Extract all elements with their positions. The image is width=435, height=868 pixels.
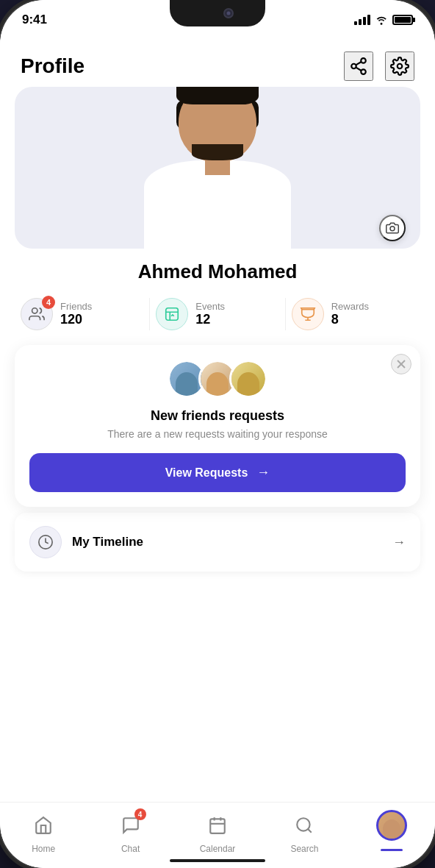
nav-search-label: Search: [290, 844, 318, 854]
nav-home[interactable]: Home: [0, 810, 87, 854]
settings-button[interactable]: [385, 51, 414, 81]
nav-calendar-icon-wrap: [202, 810, 233, 841]
rewards-label: Rewards: [331, 301, 369, 312]
settings-icon: [390, 57, 409, 76]
stat-friends[interactable]: 4 Friends 120: [15, 298, 149, 330]
nav-profile-avatar: [376, 810, 407, 841]
view-requests-button[interactable]: View Requests →: [29, 453, 406, 492]
close-card-button[interactable]: [391, 354, 411, 374]
page-header: Profile: [0, 40, 435, 87]
events-value: 12: [195, 312, 225, 327]
nav-search-icon-wrap: [289, 810, 320, 841]
nav-calendar-label: Calendar: [200, 844, 236, 854]
bottom-navigation: Home 4 Chat: [0, 802, 435, 868]
nav-home-label: Home: [32, 844, 55, 854]
nav-avatar-head: [383, 819, 400, 839]
svg-rect-8: [166, 308, 179, 321]
timeline-icon-wrap: [29, 526, 62, 558]
main-content: Profile: [0, 40, 435, 802]
share-icon: [349, 57, 368, 76]
notch: [170, 0, 265, 26]
friend-requests-card: New friends requests There are a new req…: [15, 345, 420, 507]
timeline-left: My Timeline: [29, 526, 143, 558]
person-beard: [192, 144, 243, 160]
nav-home-icon-wrap: [28, 810, 59, 841]
home-icon: [34, 816, 53, 835]
friends-label: Friends: [60, 301, 92, 312]
rewards-icon: [300, 306, 316, 322]
change-photo-button[interactable]: [379, 215, 406, 241]
svg-line-17: [308, 829, 312, 833]
rewards-icon-wrap: [292, 298, 324, 330]
share-button[interactable]: [344, 51, 373, 81]
front-camera: [223, 8, 234, 18]
phone-screen: 9:41 Profile: [0, 0, 435, 868]
timeline-arrow-icon: →: [392, 535, 406, 550]
svg-point-6: [390, 227, 395, 231]
battery-indicator: [392, 15, 413, 25]
profile-photo: [144, 94, 291, 249]
nav-profile-icon-wrap: [376, 810, 407, 841]
events-icon: [164, 306, 180, 322]
header-actions: [344, 51, 414, 81]
person-hair: [176, 87, 259, 104]
view-requests-label: View Requests: [165, 466, 248, 480]
card-subtitle: There are a new requests waiting your re…: [29, 428, 406, 440]
profile-name: Ahmed Mohamed: [15, 260, 420, 283]
rewards-info: Rewards 8: [331, 301, 369, 327]
svg-point-1: [351, 64, 356, 69]
svg-point-0: [361, 58, 366, 63]
svg-point-2: [361, 69, 366, 74]
status-icons: [354, 15, 413, 25]
rewards-value: 8: [331, 312, 369, 327]
svg-line-4: [356, 62, 361, 65]
events-label: Events: [195, 301, 225, 312]
nav-profile[interactable]: [348, 810, 435, 844]
home-indicator: [170, 859, 265, 862]
nav-chat-label: Chat: [121, 844, 140, 854]
calendar-icon: [208, 816, 227, 835]
events-info: Events 12: [195, 301, 225, 327]
svg-point-16: [298, 818, 310, 830]
nav-chat-icon-wrap: 4: [115, 810, 146, 841]
wifi-icon: [375, 15, 388, 25]
nav-search[interactable]: Search: [261, 810, 348, 854]
friends-value: 120: [60, 312, 92, 327]
svg-line-3: [356, 68, 361, 71]
events-icon-wrap: [156, 298, 188, 330]
nav-chat[interactable]: 4 Chat: [87, 810, 173, 854]
friends-icon-wrap: 4: [21, 298, 53, 330]
stat-rewards[interactable]: Rewards 8: [285, 298, 420, 330]
timeline-label: My Timeline: [72, 535, 143, 549]
arrow-icon: →: [256, 465, 270, 480]
requester-avatar-3: [229, 360, 267, 398]
phone-frame: 9:41 Profile: [0, 0, 435, 868]
chat-badge: 4: [134, 808, 146, 820]
friends-info: Friends 120: [60, 301, 92, 327]
svg-point-7: [32, 308, 37, 313]
camera-icon: [386, 221, 399, 235]
stats-row: 4 Friends 120: [0, 289, 435, 339]
timeline-item[interactable]: My Timeline →: [15, 513, 420, 572]
svg-point-5: [398, 64, 403, 69]
active-tab-indicator: [381, 849, 403, 851]
request-avatars: [29, 360, 406, 398]
close-icon: [397, 360, 406, 369]
timeline-icon: [37, 534, 54, 550]
nav-calendar[interactable]: Calendar: [174, 810, 261, 854]
friends-icon: [29, 306, 45, 322]
svg-rect-12: [210, 819, 225, 833]
page-title: Profile: [21, 54, 85, 78]
signal-strength: [354, 15, 370, 25]
profile-hero: [15, 87, 420, 249]
stat-events[interactable]: Events 12: [149, 298, 284, 330]
card-title: New friends requests: [29, 408, 406, 424]
search-icon: [295, 816, 314, 835]
friends-badge: 4: [42, 296, 55, 309]
status-time: 9:41: [22, 13, 47, 27]
